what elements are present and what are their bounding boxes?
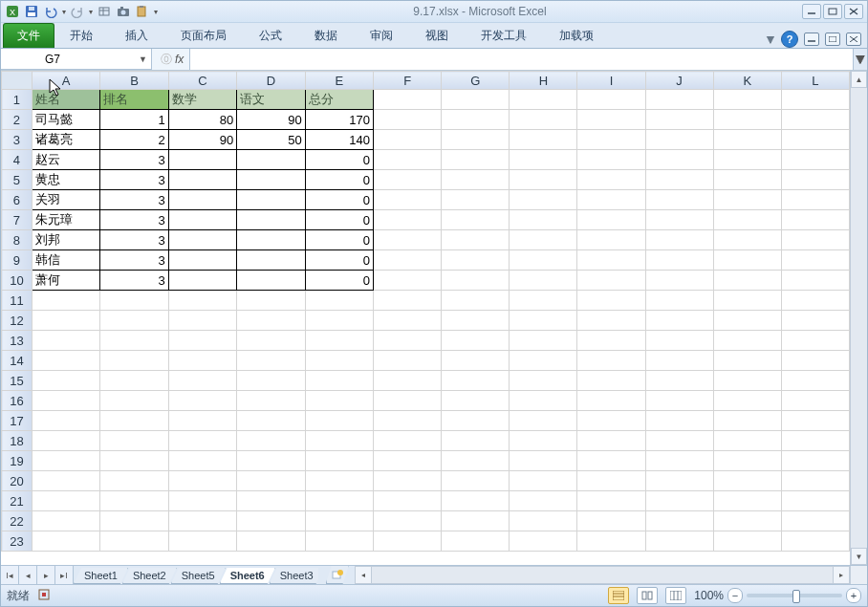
row-header[interactable]: 7 — [2, 210, 33, 230]
cell[interactable] — [442, 250, 510, 271]
cell[interactable] — [645, 190, 713, 210]
cell[interactable] — [713, 371, 781, 391]
cell[interactable] — [577, 210, 645, 230]
cell[interactable] — [781, 331, 849, 351]
cell[interactable] — [510, 271, 577, 291]
cell[interactable] — [100, 331, 168, 351]
data-cell[interactable] — [168, 150, 236, 170]
cell[interactable] — [168, 411, 236, 431]
minimize-button[interactable] — [802, 4, 821, 19]
cell[interactable] — [510, 511, 577, 531]
zoom-level[interactable]: 100% — [694, 589, 724, 602]
data-cell[interactable] — [237, 170, 305, 190]
camera-icon[interactable] — [116, 4, 131, 19]
cell[interactable] — [100, 411, 168, 431]
data-cell[interactable]: 韩信 — [32, 250, 100, 271]
macro-record-icon[interactable] — [37, 588, 51, 604]
maximize-button[interactable] — [823, 4, 842, 19]
row-header[interactable]: 8 — [2, 230, 33, 250]
vertical-scrollbar[interactable]: ▲ ▼ — [850, 71, 867, 565]
cell[interactable] — [713, 250, 781, 271]
cell[interactable] — [374, 471, 442, 491]
row-header[interactable]: 1 — [2, 90, 33, 110]
cell[interactable] — [374, 331, 442, 351]
data-cell[interactable]: 1 — [100, 110, 168, 130]
cell[interactable] — [32, 391, 100, 411]
cell[interactable] — [577, 531, 645, 552]
sheet-tab[interactable]: Sheet3 — [270, 568, 318, 584]
cell[interactable] — [168, 431, 236, 451]
cell[interactable] — [577, 471, 645, 491]
cell[interactable] — [237, 371, 305, 391]
cell[interactable] — [577, 311, 645, 331]
data-cell[interactable]: 2 — [100, 130, 168, 150]
cell[interactable] — [510, 371, 577, 391]
data-cell[interactable]: 90 — [168, 130, 236, 150]
scroll-up-button[interactable]: ▲ — [851, 71, 867, 88]
data-cell[interactable]: 3 — [100, 190, 168, 210]
cell[interactable] — [442, 170, 510, 190]
scroll-left-button[interactable]: ◂ — [355, 566, 372, 584]
data-cell[interactable]: 170 — [305, 110, 373, 130]
vscroll-track[interactable] — [851, 88, 867, 548]
sheet-nav-first[interactable]: I◂ — [1, 566, 19, 584]
cell[interactable] — [577, 411, 645, 431]
row-header[interactable]: 21 — [2, 491, 33, 511]
cell[interactable] — [374, 271, 442, 291]
row-header[interactable]: 6 — [2, 190, 33, 210]
cell[interactable] — [645, 351, 713, 371]
cell[interactable] — [510, 411, 577, 431]
header-cell[interactable]: 姓名 — [32, 90, 100, 110]
cell[interactable] — [374, 451, 442, 471]
cell[interactable] — [374, 210, 442, 230]
cell[interactable] — [510, 491, 577, 511]
cell[interactable] — [374, 250, 442, 271]
cell[interactable] — [168, 351, 236, 371]
data-cell[interactable]: 司马懿 — [32, 110, 100, 130]
cell[interactable] — [237, 311, 305, 331]
cell[interactable] — [510, 451, 577, 471]
cell[interactable] — [32, 471, 100, 491]
cell[interactable] — [713, 411, 781, 431]
cell[interactable] — [32, 311, 100, 331]
cell[interactable] — [713, 230, 781, 250]
row-header[interactable]: 2 — [2, 110, 33, 130]
cell[interactable] — [510, 431, 577, 451]
cell[interactable] — [374, 411, 442, 431]
cell[interactable] — [100, 491, 168, 511]
cell[interactable] — [781, 190, 849, 210]
cell[interactable] — [713, 291, 781, 311]
cell[interactable] — [645, 471, 713, 491]
row-header[interactable]: 22 — [2, 511, 33, 531]
ribbon-tab[interactable]: 开始 — [60, 24, 102, 48]
cell[interactable] — [510, 170, 577, 190]
cell[interactable] — [305, 471, 373, 491]
data-cell[interactable]: 0 — [305, 271, 373, 291]
cell[interactable] — [510, 250, 577, 271]
cell[interactable] — [781, 210, 849, 230]
ribbon-tab[interactable]: 审阅 — [360, 24, 402, 48]
cell[interactable] — [645, 150, 713, 170]
cell[interactable] — [168, 391, 236, 411]
cell[interactable] — [100, 451, 168, 471]
cell[interactable] — [100, 291, 168, 311]
cell[interactable] — [781, 291, 849, 311]
ribbon-tab[interactable]: 加载项 — [550, 24, 603, 48]
cell[interactable] — [781, 230, 849, 250]
cell[interactable] — [577, 190, 645, 210]
cell[interactable] — [645, 531, 713, 552]
row-header[interactable]: 12 — [2, 311, 33, 331]
cell[interactable] — [713, 90, 781, 110]
zoom-slider-thumb[interactable] — [792, 590, 800, 603]
ribbon-tab[interactable]: 开发工具 — [471, 24, 536, 48]
cell[interactable] — [442, 411, 510, 431]
cell[interactable] — [237, 431, 305, 451]
cell[interactable] — [32, 491, 100, 511]
cell[interactable] — [168, 451, 236, 471]
cell[interactable] — [442, 90, 510, 110]
row-header[interactable]: 3 — [2, 130, 33, 150]
data-cell[interactable] — [237, 230, 305, 250]
cell[interactable] — [305, 531, 373, 552]
zoom-in-button[interactable]: + — [846, 588, 861, 603]
cell[interactable] — [237, 291, 305, 311]
